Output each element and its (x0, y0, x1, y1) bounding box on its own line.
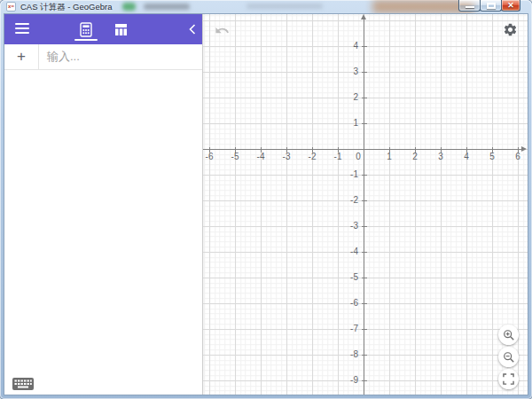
titlebar[interactable]: x= CAS 计算器 - GeoGebra ✕ (0, 0, 532, 13)
y-tick (362, 303, 367, 304)
maximize-button[interactable] (480, 0, 502, 12)
keyboard-toggle-button[interactable] (12, 377, 35, 391)
y-tick-label: -2 (340, 195, 358, 205)
x-tick-label: -4 (254, 152, 267, 161)
y-tick-label: 3 (340, 66, 358, 76)
x-tick-label: -2 (306, 152, 318, 161)
close-icon: ✕ (502, 0, 520, 12)
gear-icon (503, 22, 518, 37)
x-tick-label: -1 (332, 152, 344, 161)
window-title: CAS 计算器 - GeoGebra (20, 2, 112, 13)
y-tick-label: -5 (340, 272, 358, 282)
glass-blur-decoration (246, 4, 323, 9)
y-tick (362, 123, 367, 124)
cas-panel: + 输入... (4, 14, 202, 395)
zoom-out-icon (503, 351, 515, 364)
app-icon-label: x= (8, 4, 14, 9)
y-tick (362, 329, 367, 330)
keyboard-icon (12, 377, 35, 391)
y-tick-label: -4 (340, 246, 358, 256)
y-tick-label: 2 (340, 92, 358, 102)
cas-input[interactable]: 输入... (39, 44, 202, 69)
x-tick-label: -5 (229, 152, 241, 161)
view-tabs (4, 14, 202, 44)
glass-blur-decoration (144, 4, 190, 10)
y-tick (362, 226, 367, 227)
calculator-icon (80, 22, 92, 37)
y-tick-label: -7 (340, 324, 358, 333)
minimize-icon (466, 6, 474, 8)
undo-icon (215, 23, 230, 38)
x-tick-label: 0 (352, 152, 364, 161)
x-tick-label: 5 (486, 152, 498, 161)
y-tick (362, 380, 367, 381)
app-window: x= CAS 计算器 - GeoGebra ✕ (0, 0, 532, 399)
zoom-in-icon (503, 329, 515, 341)
x-tick-label: -3 (280, 152, 293, 161)
collapse-panel-button[interactable] (189, 14, 196, 44)
glass-blur-decoration (122, 3, 136, 11)
x-tick-label: -6 (203, 152, 215, 161)
x-tick-label: 3 (434, 152, 447, 161)
y-tick (362, 355, 367, 356)
chevron-left-icon (189, 24, 196, 35)
fullscreen-button[interactable] (498, 369, 519, 389)
window-content: + 输入... -6 (4, 13, 528, 395)
tab-table[interactable] (111, 14, 132, 44)
y-tick-label: -8 (340, 349, 358, 359)
minimize-button[interactable] (458, 0, 481, 12)
y-tick-label: 4 (340, 41, 358, 51)
zoom-out-button[interactable] (498, 347, 519, 367)
x-axis-arrow (521, 146, 527, 152)
y-tick-label: -1 (340, 169, 358, 179)
y-tick (362, 46, 367, 47)
settings-button[interactable] (503, 22, 518, 37)
close-button[interactable]: ✕ (501, 0, 520, 12)
y-axis (364, 19, 365, 395)
y-tick (362, 252, 367, 253)
add-row-button[interactable]: + (4, 44, 39, 69)
graphics-view[interactable]: -6-5-4-3-2-101234564321-1-2-3-4-5-6-7-8-… (202, 14, 528, 395)
y-tick-label: -3 (340, 221, 358, 231)
y-tick (362, 278, 367, 278)
cas-input-row: + 输入... (4, 44, 202, 70)
x-tick-label: 1 (383, 152, 395, 161)
y-tick (362, 72, 367, 73)
x-tick-label: 4 (460, 152, 473, 161)
undo-button[interactable] (215, 23, 231, 39)
tab-calculator[interactable] (75, 14, 97, 44)
y-tick-label: -9 (340, 375, 358, 385)
y-tick-label: 1 (340, 118, 358, 128)
app-header (4, 14, 202, 44)
app-icon: x= (6, 2, 16, 12)
y-axis-arrow (361, 14, 366, 20)
window-controls: ✕ (459, 0, 520, 12)
maximize-icon (487, 3, 496, 9)
fullscreen-icon (503, 373, 514, 385)
y-tick (362, 98, 367, 98)
y-tick-label: -6 (340, 298, 358, 308)
y-tick (362, 175, 367, 176)
zoom-in-button[interactable] (498, 325, 519, 345)
x-tick-label: 2 (409, 152, 421, 161)
table-icon (114, 23, 128, 36)
x-tick-label: 6 (512, 152, 524, 161)
y-tick (362, 200, 367, 201)
input-placeholder: 输入... (47, 49, 80, 65)
